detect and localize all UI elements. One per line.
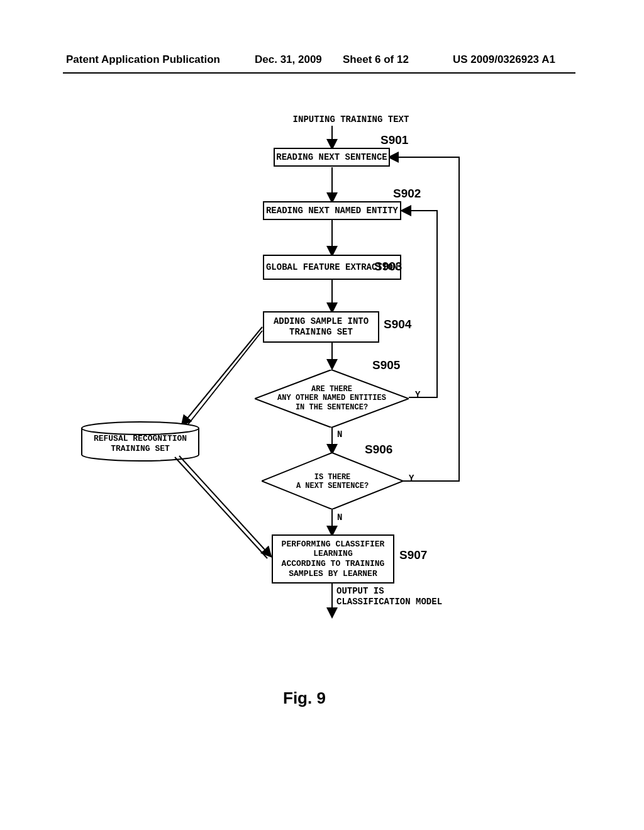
box-s904: ADDING SAMPLE INTO TRAINING SET bbox=[263, 311, 379, 343]
header-sheet: Sheet 6 of 12 bbox=[343, 53, 409, 66]
step-s907: S907 bbox=[399, 548, 427, 562]
step-s901: S901 bbox=[380, 133, 408, 147]
header-date: Dec. 31, 2009 bbox=[255, 53, 322, 66]
s905-y: Y bbox=[415, 390, 420, 400]
step-s906: S906 bbox=[365, 443, 392, 456]
diamond-s905: ARE THERE ANY OTHER NAMED ENTITIES IN TH… bbox=[255, 370, 409, 428]
diamond-s906-text: IS THERE A NEXT SENTENCE? bbox=[262, 473, 403, 491]
output-label: OUTPUT IS CLASSIFICATION MODEL bbox=[336, 586, 469, 607]
diamond-s906: IS THERE A NEXT SENTENCE? bbox=[262, 453, 403, 509]
step-s905: S905 bbox=[372, 358, 400, 372]
cylinder-refusal-text: REFUSAL RECOGNITION TRAINING SET bbox=[80, 434, 200, 455]
box-s901: READING NEXT SENTENCE bbox=[274, 148, 390, 167]
diamond-s905-text: ARE THERE ANY OTHER NAMED ENTITIES IN TH… bbox=[255, 385, 409, 412]
input-label: INPUTING TRAINING TEXT bbox=[288, 114, 414, 125]
s906-n: N bbox=[337, 512, 342, 523]
figure-label: Fig. 9 bbox=[283, 689, 326, 708]
svg-point-10 bbox=[82, 422, 199, 434]
box-s907: PERFORMING CLASSIFIER LEARNING ACCORDING… bbox=[272, 534, 394, 584]
step-s902: S902 bbox=[393, 187, 421, 201]
box-s902: READING NEXT NAMED ENTITY bbox=[263, 201, 401, 220]
header-appnum: US 2009/0326923 A1 bbox=[453, 53, 555, 66]
flowchart: INPUTING TRAINING TEXT READING NEXT SENT… bbox=[0, 126, 644, 755]
header-rule bbox=[63, 72, 575, 74]
step-s903: S903 bbox=[374, 260, 402, 274]
s905-n: N bbox=[337, 429, 342, 440]
step-s904: S904 bbox=[384, 318, 411, 331]
s906-y: Y bbox=[409, 473, 414, 484]
cylinder-refusal: REFUSAL RECOGNITION TRAINING SET bbox=[80, 421, 200, 462]
header-publication: Patent Application Publication bbox=[66, 53, 220, 66]
